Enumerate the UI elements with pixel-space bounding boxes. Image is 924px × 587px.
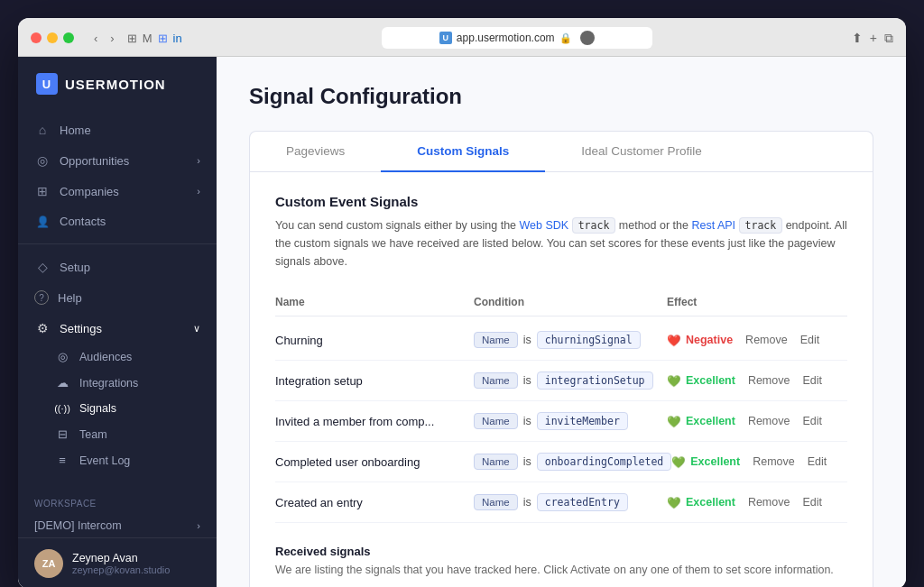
nav-divider bbox=[18, 243, 217, 244]
sidebar-item-label: Setup bbox=[60, 261, 90, 274]
sidebar-item-integrations[interactable]: ☁ Integrations bbox=[18, 370, 217, 396]
workspace-item[interactable]: [DEMO] Intercom › bbox=[18, 514, 217, 537]
sidebar-item-setup[interactable]: ◇ Setup bbox=[18, 252, 217, 282]
condition-key: Name bbox=[474, 454, 518, 470]
rest-api-link[interactable]: Rest API bbox=[691, 219, 735, 232]
tab-icp[interactable]: Ideal Customer Profile bbox=[545, 132, 738, 172]
tab-pageviews[interactable]: Pageviews bbox=[250, 132, 381, 172]
effect-badge: ❤️ Negative bbox=[667, 334, 733, 347]
mail-icon: M bbox=[143, 32, 152, 45]
remove-button[interactable]: Remove bbox=[748, 415, 790, 427]
condition-op: is bbox=[523, 415, 531, 427]
sidebar-item-help[interactable]: ? Help bbox=[18, 282, 217, 313]
condition-value: createdEntry bbox=[537, 493, 628, 511]
back-button[interactable]: ‹ bbox=[90, 30, 101, 47]
tab-bar: Pageviews Custom Signals Ideal Customer … bbox=[249, 131, 873, 172]
linkedin-icon: in bbox=[173, 32, 182, 45]
browser-window: ‹ › ⊞ M ⊞ in U app.usermotion.com 🔒 ⬆ + … bbox=[18, 18, 906, 587]
integrations-icon: ☁ bbox=[54, 376, 70, 390]
chevron-right-icon: › bbox=[197, 520, 200, 531]
sidebar-item-settings[interactable]: ⚙ Settings ∨ bbox=[18, 313, 217, 344]
minimize-button[interactable] bbox=[47, 32, 58, 43]
share-icon[interactable]: ⬆ bbox=[852, 31, 863, 46]
reload-icon bbox=[580, 31, 595, 45]
maximize-button[interactable] bbox=[63, 32, 74, 43]
remove-button[interactable]: Remove bbox=[753, 455, 795, 468]
row-condition: Name is onboardingCompleted bbox=[474, 453, 671, 471]
table-row: Integration setup Name is integrationSet… bbox=[275, 361, 847, 401]
condition-value: inviteMember bbox=[537, 412, 628, 430]
sidebar-item-label: Companies bbox=[60, 185, 119, 198]
condition-value: integrationSetup bbox=[537, 371, 653, 390]
track-tag-1: track bbox=[572, 217, 616, 234]
companies-icon: ⊞ bbox=[34, 184, 51, 198]
condition-value: churningSignal bbox=[537, 331, 641, 349]
edit-button[interactable]: Edit bbox=[802, 496, 822, 509]
address-bar[interactable]: U app.usermotion.com 🔒 bbox=[382, 27, 652, 49]
tab-custom-signals[interactable]: Custom Signals bbox=[381, 132, 545, 172]
row-condition: Name is churningSignal bbox=[474, 331, 667, 349]
remove-button[interactable]: Remove bbox=[745, 334, 788, 346]
setup-icon: ◇ bbox=[34, 260, 51, 274]
user-name: Zeynep Avan bbox=[72, 552, 170, 564]
sidebar-item-home[interactable]: ⌂ Home bbox=[18, 115, 217, 145]
chevron-icon: › bbox=[197, 155, 200, 166]
avatar: ZA bbox=[34, 549, 63, 578]
received-description: We are listing the signals that you have… bbox=[275, 564, 847, 576]
grid-icon: ⊞ bbox=[127, 32, 137, 45]
lock-icon: 🔒 bbox=[559, 32, 572, 44]
event-log-icon: ≡ bbox=[54, 454, 70, 467]
user-email: zeynep@kovan.studio bbox=[72, 564, 170, 575]
workspace-name: [DEMO] Intercom bbox=[34, 519, 122, 532]
edit-button[interactable]: Edit bbox=[800, 334, 820, 346]
th-name: Name bbox=[275, 296, 474, 308]
sidebar-item-event-log[interactable]: ≡ Event Log bbox=[18, 447, 217, 473]
logo-text: USERMOTION bbox=[65, 77, 166, 92]
sidebar-item-label: Contacts bbox=[60, 215, 106, 228]
home-icon: ⌂ bbox=[34, 123, 51, 137]
sidebar-item-label: Help bbox=[58, 291, 82, 305]
effect-badge: 💚 Excellent bbox=[671, 455, 740, 469]
sidebar-item-companies[interactable]: ⊞ Companies › bbox=[18, 176, 217, 206]
web-sdk-link[interactable]: Web SDK bbox=[520, 219, 569, 232]
sidebar-item-label: Settings bbox=[60, 322, 102, 335]
new-tab-icon[interactable]: + bbox=[870, 31, 877, 46]
effect-badge: 💚 Excellent bbox=[667, 374, 735, 388]
sidebar-item-contacts[interactable]: 👤 Contacts bbox=[18, 206, 217, 236]
sidebar-item-team[interactable]: ⊟ Team bbox=[18, 421, 217, 447]
workspace-section: Workspace bbox=[18, 490, 217, 514]
condition-key: Name bbox=[474, 494, 518, 510]
sidebar-item-label: Home bbox=[60, 124, 91, 137]
sidebar-item-signals[interactable]: ((·)) Signals bbox=[18, 396, 217, 421]
browser-chrome: ‹ › ⊞ M ⊞ in U app.usermotion.com 🔒 ⬆ + … bbox=[18, 18, 906, 57]
edit-button[interactable]: Edit bbox=[802, 415, 822, 427]
remove-button[interactable]: Remove bbox=[748, 496, 790, 509]
sidebar-item-audiences[interactable]: ◎ Audiences bbox=[18, 344, 217, 370]
user-profile: ZA Zeynep Avan zeynep@kovan.studio bbox=[18, 537, 217, 587]
workspace-label: Workspace bbox=[34, 499, 97, 509]
row-name: Integration setup bbox=[275, 374, 474, 388]
audiences-icon: ◎ bbox=[54, 350, 70, 363]
settings-icon: ⚙ bbox=[34, 321, 51, 335]
team-icon: ⊟ bbox=[54, 427, 70, 441]
content-card: Custom Event Signals You can send custom… bbox=[249, 172, 873, 587]
row-name: Created an entry bbox=[275, 496, 474, 509]
edit-button[interactable]: Edit bbox=[802, 374, 822, 387]
remove-button[interactable]: Remove bbox=[748, 374, 790, 387]
app-icon: ⊞ bbox=[158, 32, 168, 45]
condition-key: Name bbox=[474, 413, 518, 429]
row-condition: Name is inviteMember bbox=[474, 412, 667, 430]
condition-op: is bbox=[523, 455, 531, 468]
browser-body: U USERMOTION ⌂ Home ◎ Opportunities › ⊞ … bbox=[18, 57, 906, 587]
browser-controls: ‹ › ⊞ M ⊞ in bbox=[90, 30, 182, 47]
address-text: app.usermotion.com bbox=[457, 32, 555, 44]
close-button[interactable] bbox=[31, 32, 42, 43]
edit-button[interactable]: Edit bbox=[808, 455, 827, 468]
user-info: Zeynep Avan zeynep@kovan.studio bbox=[72, 552, 170, 575]
copy-icon[interactable]: ⧉ bbox=[884, 31, 893, 46]
table-row: Created an entry Name is createdEntry 💚 … bbox=[275, 482, 847, 523]
table-row: Churning Name is churningSignal ❤️ Negat… bbox=[275, 320, 847, 361]
sidebar-item-opportunities[interactable]: ◎ Opportunities › bbox=[18, 145, 217, 176]
row-condition: Name is createdEntry bbox=[474, 493, 667, 511]
forward-button[interactable]: › bbox=[106, 30, 117, 47]
